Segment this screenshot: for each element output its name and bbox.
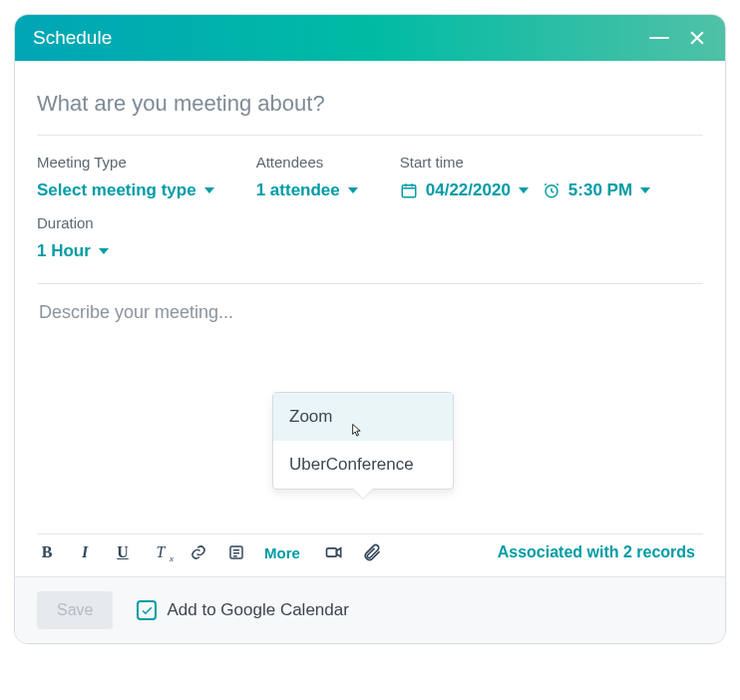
video-button[interactable] [324, 542, 344, 562]
attendees-value: 1 attendee [256, 180, 340, 200]
attendees-select[interactable]: 1 attendee [256, 180, 358, 200]
chevron-down-icon [519, 187, 529, 193]
subject-input[interactable] [37, 83, 703, 136]
menu-item-uberconference[interactable]: UberConference [273, 441, 453, 489]
attendees-label: Attendees [256, 154, 358, 171]
italic-button[interactable]: I [75, 542, 95, 562]
chevron-down-icon [640, 187, 650, 193]
chevron-down-icon [99, 248, 109, 254]
editor-toolbar: B I U Tx More [37, 533, 703, 576]
description-placeholder: Describe your meeting... [37, 284, 703, 323]
more-label: More [264, 544, 300, 561]
calendar-icon [400, 181, 418, 199]
bold-button[interactable]: B [37, 542, 57, 562]
duration-value: 1 Hour [37, 241, 91, 261]
meeting-type-select[interactable]: Select meeting type [37, 180, 214, 200]
associated-label: Associated with 2 records [498, 543, 695, 561]
chevron-down-icon [348, 187, 358, 193]
duration-select[interactable]: 1 Hour [37, 241, 703, 261]
chevron-down-icon [204, 187, 214, 193]
cursor-pointer-icon [346, 422, 366, 442]
dialog-title: Schedule [33, 27, 112, 49]
start-time-value: 5:30 PM [568, 180, 632, 200]
link-button[interactable] [188, 542, 208, 562]
add-to-gcal-label: Add to Google Calendar [167, 600, 348, 620]
attachment-button[interactable] [362, 542, 382, 562]
start-date-select[interactable]: 04/22/2020 [400, 180, 529, 200]
save-button[interactable]: Save [37, 591, 113, 629]
dialog-footer: Save Add to Google Calendar [15, 576, 725, 643]
clear-format-button[interactable]: Tx [151, 542, 171, 562]
fields-row: Meeting Type Select meeting type Attende… [37, 136, 703, 284]
description-editor[interactable]: Describe your meeting... Zoom UberConfer… [37, 284, 703, 533]
svg-rect-3 [326, 548, 336, 556]
popup-tail [353, 489, 373, 499]
schedule-dialog: Schedule Meeting Type Select meeting typ… [14, 14, 726, 644]
svg-rect-0 [402, 185, 416, 197]
duration-label: Duration [37, 214, 703, 231]
snippet-button[interactable] [226, 542, 246, 562]
add-to-gcal-checkbox[interactable]: Add to Google Calendar [137, 600, 348, 620]
meeting-type-label: Meeting Type [37, 154, 214, 171]
minimize-button[interactable] [649, 37, 669, 40]
start-time-label: Start time [400, 154, 650, 171]
start-time-select[interactable]: 5:30 PM [543, 180, 650, 200]
more-button[interactable]: More [264, 544, 306, 561]
close-button[interactable] [687, 28, 707, 48]
associated-records-select[interactable]: Associated with 2 records [498, 543, 703, 561]
meeting-type-value: Select meeting type [37, 180, 196, 200]
titlebar: Schedule [15, 15, 725, 61]
checkbox-icon [137, 600, 157, 620]
underline-button[interactable]: U [113, 542, 133, 562]
start-date-value: 04/22/2020 [426, 180, 511, 200]
alarm-clock-icon [543, 181, 560, 199]
